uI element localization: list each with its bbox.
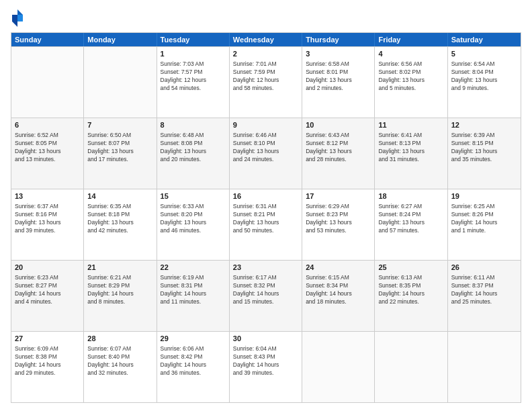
header-day-friday: Friday <box>375 33 447 46</box>
cell-day-number: 25 <box>378 263 443 273</box>
cal-cell: 19Sunrise: 6:25 AM Sunset: 8:26 PM Dayli… <box>448 189 521 260</box>
cell-info: Sunrise: 6:21 AM Sunset: 8:29 PM Dayligh… <box>87 274 152 306</box>
cal-cell: 30Sunrise: 6:04 AM Sunset: 8:43 PM Dayli… <box>230 332 302 402</box>
cell-day-number: 29 <box>161 334 226 344</box>
cell-info: Sunrise: 6:11 AM Sunset: 8:37 PM Dayligh… <box>451 274 517 306</box>
cell-day-number: 23 <box>233 263 298 273</box>
logo-icon <box>11 8 24 27</box>
cell-day-number: 7 <box>87 120 152 130</box>
header-day-monday: Monday <box>84 33 157 46</box>
cal-cell <box>84 47 157 118</box>
cal-row-2: 13Sunrise: 6:37 AM Sunset: 8:16 PM Dayli… <box>11 189 521 260</box>
header-day-thursday: Thursday <box>302 33 375 46</box>
cell-day-number: 19 <box>451 191 517 201</box>
calendar: SundayMondayTuesdayWednesdayThursdayFrid… <box>11 32 521 403</box>
cal-cell <box>11 47 84 118</box>
cal-row-4: 27Sunrise: 6:09 AM Sunset: 8:38 PM Dayli… <box>11 331 521 402</box>
cal-cell: 9Sunrise: 6:46 AM Sunset: 8:10 PM Daylig… <box>230 118 302 189</box>
cal-cell: 10Sunrise: 6:43 AM Sunset: 8:12 PM Dayli… <box>302 118 375 189</box>
cell-info: Sunrise: 6:48 AM Sunset: 8:08 PM Dayligh… <box>161 132 226 164</box>
cal-cell: 25Sunrise: 6:13 AM Sunset: 8:35 PM Dayli… <box>375 261 447 331</box>
cal-cell: 13Sunrise: 6:37 AM Sunset: 8:16 PM Dayli… <box>11 189 84 260</box>
cell-day-number: 18 <box>378 191 443 201</box>
cal-cell: 4Sunrise: 6:56 AM Sunset: 8:02 PM Daylig… <box>375 47 447 118</box>
cell-day-number: 16 <box>233 191 298 201</box>
cal-cell: 7Sunrise: 6:50 AM Sunset: 8:07 PM Daylig… <box>84 118 157 189</box>
cell-info: Sunrise: 6:19 AM Sunset: 8:31 PM Dayligh… <box>161 274 226 306</box>
cell-day-number: 22 <box>161 263 226 273</box>
cell-info: Sunrise: 6:23 AM Sunset: 8:27 PM Dayligh… <box>15 274 80 306</box>
cal-row-0: 1Sunrise: 7:03 AM Sunset: 7:57 PM Daylig… <box>11 46 521 118</box>
cell-day-number: 3 <box>306 49 371 59</box>
cell-day-number: 13 <box>15 191 80 201</box>
cell-day-number: 14 <box>87 191 152 201</box>
cal-cell: 17Sunrise: 6:29 AM Sunset: 8:23 PM Dayli… <box>302 189 375 260</box>
calendar-header-row: SundayMondayTuesdayWednesdayThursdayFrid… <box>11 33 521 46</box>
cell-day-number: 17 <box>306 191 371 201</box>
cal-cell: 27Sunrise: 6:09 AM Sunset: 8:38 PM Dayli… <box>11 332 84 402</box>
cal-cell <box>302 332 375 402</box>
cell-day-number: 9 <box>233 120 298 130</box>
cell-info: Sunrise: 6:46 AM Sunset: 8:10 PM Dayligh… <box>233 132 298 164</box>
cell-info: Sunrise: 6:13 AM Sunset: 8:35 PM Dayligh… <box>378 274 443 306</box>
cell-info: Sunrise: 6:39 AM Sunset: 8:15 PM Dayligh… <box>451 132 517 164</box>
logo <box>11 8 26 27</box>
cal-cell: 24Sunrise: 6:15 AM Sunset: 8:34 PM Dayli… <box>302 261 375 331</box>
header-day-sunday: Sunday <box>11 33 84 46</box>
cal-row-3: 20Sunrise: 6:23 AM Sunset: 8:27 PM Dayli… <box>11 260 521 331</box>
cell-info: Sunrise: 6:17 AM Sunset: 8:32 PM Dayligh… <box>233 274 298 306</box>
cal-cell: 23Sunrise: 6:17 AM Sunset: 8:32 PM Dayli… <box>230 261 302 331</box>
cell-info: Sunrise: 6:52 AM Sunset: 8:05 PM Dayligh… <box>15 132 80 164</box>
cal-row-1: 6Sunrise: 6:52 AM Sunset: 8:05 PM Daylig… <box>11 118 521 189</box>
cal-cell: 11Sunrise: 6:41 AM Sunset: 8:13 PM Dayli… <box>375 118 447 189</box>
cell-day-number: 4 <box>378 49 443 59</box>
cal-cell: 15Sunrise: 6:33 AM Sunset: 8:20 PM Dayli… <box>157 189 230 260</box>
cell-info: Sunrise: 6:15 AM Sunset: 8:34 PM Dayligh… <box>306 274 371 306</box>
cell-day-number: 1 <box>161 49 226 59</box>
page: SundayMondayTuesdayWednesdayThursdayFrid… <box>0 0 532 411</box>
cell-day-number: 11 <box>378 120 443 130</box>
cell-day-number: 10 <box>306 120 371 130</box>
cell-info: Sunrise: 7:01 AM Sunset: 7:59 PM Dayligh… <box>233 60 298 93</box>
cell-day-number: 20 <box>15 263 80 273</box>
cell-info: Sunrise: 6:31 AM Sunset: 8:21 PM Dayligh… <box>233 203 298 235</box>
cell-info: Sunrise: 6:04 AM Sunset: 8:43 PM Dayligh… <box>233 345 298 377</box>
cell-info: Sunrise: 6:29 AM Sunset: 8:23 PM Dayligh… <box>306 203 371 235</box>
cell-info: Sunrise: 6:56 AM Sunset: 8:02 PM Dayligh… <box>378 60 443 93</box>
cell-day-number: 15 <box>161 191 226 201</box>
cell-info: Sunrise: 6:09 AM Sunset: 8:38 PM Dayligh… <box>15 345 80 377</box>
cal-cell: 5Sunrise: 6:54 AM Sunset: 8:04 PM Daylig… <box>448 47 521 118</box>
cell-day-number: 24 <box>306 263 371 273</box>
header-day-wednesday: Wednesday <box>230 33 302 46</box>
cal-cell <box>448 332 521 402</box>
header-day-tuesday: Tuesday <box>157 33 230 46</box>
cal-cell: 2Sunrise: 7:01 AM Sunset: 7:59 PM Daylig… <box>230 47 302 118</box>
cell-day-number: 6 <box>15 120 80 130</box>
cell-info: Sunrise: 7:03 AM Sunset: 7:57 PM Dayligh… <box>161 60 226 93</box>
cal-cell: 22Sunrise: 6:19 AM Sunset: 8:31 PM Dayli… <box>157 261 230 331</box>
cell-info: Sunrise: 6:50 AM Sunset: 8:07 PM Dayligh… <box>87 132 152 164</box>
cal-cell: 16Sunrise: 6:31 AM Sunset: 8:21 PM Dayli… <box>230 189 302 260</box>
cell-info: Sunrise: 6:43 AM Sunset: 8:12 PM Dayligh… <box>306 132 371 164</box>
svg-marker-2 <box>12 15 17 27</box>
cell-day-number: 26 <box>451 263 517 273</box>
cal-cell <box>375 332 447 402</box>
cal-cell: 20Sunrise: 6:23 AM Sunset: 8:27 PM Dayli… <box>11 261 84 331</box>
cal-cell: 26Sunrise: 6:11 AM Sunset: 8:37 PM Dayli… <box>448 261 521 331</box>
svg-marker-1 <box>17 15 23 21</box>
cal-cell: 18Sunrise: 6:27 AM Sunset: 8:24 PM Dayli… <box>375 189 447 260</box>
cal-cell: 14Sunrise: 6:35 AM Sunset: 8:18 PM Dayli… <box>84 189 157 260</box>
cal-cell: 6Sunrise: 6:52 AM Sunset: 8:05 PM Daylig… <box>11 118 84 189</box>
cell-day-number: 28 <box>87 334 152 344</box>
cell-info: Sunrise: 6:41 AM Sunset: 8:13 PM Dayligh… <box>378 132 443 164</box>
cal-cell: 1Sunrise: 7:03 AM Sunset: 7:57 PM Daylig… <box>157 47 230 118</box>
cell-info: Sunrise: 6:27 AM Sunset: 8:24 PM Dayligh… <box>378 203 443 235</box>
header-day-saturday: Saturday <box>448 33 521 46</box>
cell-day-number: 12 <box>451 120 517 130</box>
cell-info: Sunrise: 6:58 AM Sunset: 8:01 PM Dayligh… <box>306 60 371 93</box>
calendar-body: 1Sunrise: 7:03 AM Sunset: 7:57 PM Daylig… <box>11 46 521 402</box>
cell-day-number: 27 <box>15 334 80 344</box>
cal-cell: 29Sunrise: 6:06 AM Sunset: 8:42 PM Dayli… <box>157 332 230 402</box>
cal-cell: 8Sunrise: 6:48 AM Sunset: 8:08 PM Daylig… <box>157 118 230 189</box>
cell-day-number: 21 <box>87 263 152 273</box>
